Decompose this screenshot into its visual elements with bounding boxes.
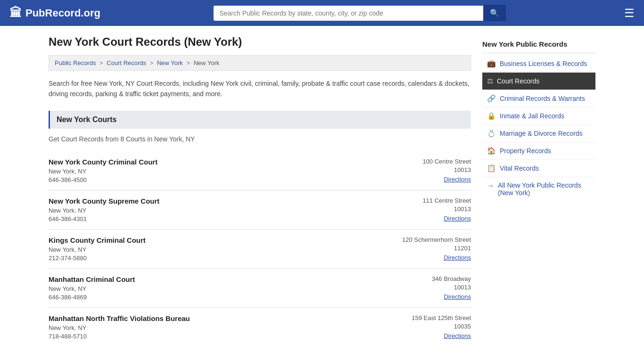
breadcrumb-separator-2: > bbox=[150, 59, 155, 66]
sidebar-item-label: Property Records bbox=[500, 147, 551, 155]
court-zip: 10013 bbox=[422, 166, 471, 173]
sidebar-item-court-records[interactable]: ⚖ Court Records bbox=[482, 73, 595, 90]
main-content: New York Court Records (New York) Public… bbox=[49, 35, 471, 346]
marriage-divorce-icon: 💍 bbox=[487, 129, 496, 138]
court-phone: 646-386-4301 bbox=[49, 215, 159, 222]
sidebar-item-label: Marriage & Divorce Records bbox=[500, 130, 583, 137]
courts-list: New York County Criminal Court New York,… bbox=[49, 151, 471, 346]
directions-link[interactable]: Directions bbox=[444, 293, 471, 300]
sidebar-item-vital-records[interactable]: 📋 Vital Records bbox=[482, 160, 595, 177]
logo-text: PubRecord.org bbox=[25, 7, 100, 19]
search-button[interactable]: 🔍 bbox=[483, 5, 506, 21]
court-city: New York, NY bbox=[49, 207, 159, 214]
page-description: Search for free New York, NY Court Recor… bbox=[49, 78, 471, 101]
court-phone: 646-386-4500 bbox=[49, 176, 157, 183]
breadcrumb: Public Records > Court Records > New Yor… bbox=[49, 55, 471, 71]
court-city: New York, NY bbox=[49, 324, 190, 331]
court-entry: Manhattan North Traffic Violations Burea… bbox=[49, 308, 471, 346]
court-address: 159 East 125th Street 10035 Directions bbox=[412, 314, 471, 339]
criminal-records-icon: 🔗 bbox=[487, 94, 496, 103]
court-info: Kings County Criminal Court New York, NY… bbox=[49, 236, 146, 262]
court-street: 111 Centre Street bbox=[422, 197, 471, 204]
court-zip: 10013 bbox=[432, 284, 471, 291]
court-address: 346 Broadway 10013 Directions bbox=[432, 275, 471, 300]
search-bar: 🔍 bbox=[214, 5, 506, 21]
court-phone: 718-488-5710 bbox=[49, 333, 190, 340]
court-city: New York, NY bbox=[49, 246, 146, 253]
directions-link[interactable]: Directions bbox=[444, 176, 471, 183]
sidebar-item-criminal-records[interactable]: 🔗 Criminal Records & Warrants bbox=[482, 90, 595, 107]
sidebar-items: 💼 Business Licenses & Records ⚖ Court Re… bbox=[482, 55, 595, 177]
site-header: 🏛 PubRecord.org 🔍 ☰ bbox=[0, 0, 644, 26]
menu-icon[interactable]: ☰ bbox=[624, 7, 635, 20]
main-container: New York Court Records (New York) Public… bbox=[39, 26, 605, 362]
breadcrumb-separator-1: > bbox=[99, 59, 105, 66]
sidebar-item-all-records[interactable]: → All New York Public Records (New York) bbox=[482, 177, 595, 201]
breadcrumb-separator-3: > bbox=[186, 59, 191, 66]
logo-icon: 🏛 bbox=[9, 6, 22, 20]
court-entry: New York County Criminal Court New York,… bbox=[49, 151, 471, 190]
sidebar: New York Public Records 💼 Business Licen… bbox=[482, 35, 595, 346]
breadcrumb-new-york-state[interactable]: New York bbox=[157, 59, 183, 66]
breadcrumb-court-records[interactable]: Court Records bbox=[107, 59, 146, 66]
court-info: Manhattan North Traffic Violations Burea… bbox=[49, 314, 190, 340]
all-records-label: All New York Public Records (New York) bbox=[498, 181, 591, 197]
court-street: 100 Centre Street bbox=[422, 158, 471, 165]
search-icon: 🔍 bbox=[490, 9, 499, 17]
court-address: 120 Schermerhorn Street 11201 Directions bbox=[402, 236, 471, 261]
court-street: 159 East 125th Street bbox=[412, 314, 471, 321]
property-records-icon: 🏠 bbox=[487, 147, 496, 155]
court-street: 346 Broadway bbox=[432, 275, 471, 282]
court-phone: 212-374-5880 bbox=[49, 255, 146, 262]
sidebar-item-property-records[interactable]: 🏠 Property Records bbox=[482, 142, 595, 160]
sidebar-item-marriage-divorce[interactable]: 💍 Marriage & Divorce Records bbox=[482, 125, 595, 142]
court-city: New York, NY bbox=[49, 168, 157, 175]
directions-link[interactable]: Directions bbox=[444, 254, 471, 261]
business-licenses-icon: 💼 bbox=[487, 59, 496, 68]
court-city: New York, NY bbox=[49, 285, 135, 292]
section-title: New York Courts bbox=[49, 111, 471, 129]
court-name: Manhattan North Traffic Violations Burea… bbox=[49, 314, 190, 322]
court-name: New York County Supreme Court bbox=[49, 197, 159, 205]
court-zip: 10013 bbox=[422, 206, 471, 213]
court-zip: 11201 bbox=[402, 245, 471, 252]
court-entry: Manhattan Criminal Court New York, NY 64… bbox=[49, 269, 471, 308]
arrow-icon: → bbox=[487, 181, 494, 189]
sidebar-item-business-licenses[interactable]: 💼 Business Licenses & Records bbox=[482, 55, 595, 73]
page-title: New York Court Records (New York) bbox=[49, 35, 471, 49]
court-info: New York County Criminal Court New York,… bbox=[49, 158, 157, 183]
sidebar-item-label: Court Records bbox=[497, 77, 539, 85]
court-address: 100 Centre Street 10013 Directions bbox=[422, 158, 471, 183]
inmate-jail-icon: 🔒 bbox=[487, 112, 496, 120]
site-logo[interactable]: 🏛 PubRecord.org bbox=[9, 6, 100, 20]
sidebar-title: New York Public Records bbox=[482, 35, 595, 53]
directions-link[interactable]: Directions bbox=[444, 332, 471, 339]
court-zip: 10035 bbox=[412, 323, 471, 330]
court-street: 120 Schermerhorn Street bbox=[402, 236, 471, 243]
sidebar-item-label: Vital Records bbox=[500, 165, 539, 172]
court-phone: 646-386-4869 bbox=[49, 294, 135, 301]
breadcrumb-current: New York bbox=[194, 59, 220, 66]
directions-link[interactable]: Directions bbox=[444, 215, 471, 222]
court-info: Manhattan Criminal Court New York, NY 64… bbox=[49, 275, 135, 301]
court-name: Kings County Criminal Court bbox=[49, 236, 146, 244]
courts-count: Get Court Records from 8 Courts in New Y… bbox=[49, 135, 471, 143]
sidebar-item-inmate-jail[interactable]: 🔒 Inmate & Jail Records bbox=[482, 107, 595, 125]
court-address: 111 Centre Street 10013 Directions bbox=[422, 197, 471, 222]
court-records-icon: ⚖ bbox=[487, 77, 493, 85]
court-entry: New York County Supreme Court New York, … bbox=[49, 190, 471, 230]
search-input[interactable] bbox=[214, 6, 483, 21]
breadcrumb-public-records[interactable]: Public Records bbox=[55, 59, 96, 66]
court-entry: Kings County Criminal Court New York, NY… bbox=[49, 230, 471, 269]
sidebar-item-label: Inmate & Jail Records bbox=[500, 112, 564, 120]
court-info: New York County Supreme Court New York, … bbox=[49, 197, 159, 222]
court-name: New York County Criminal Court bbox=[49, 158, 157, 166]
court-name: Manhattan Criminal Court bbox=[49, 275, 135, 283]
vital-records-icon: 📋 bbox=[487, 164, 496, 173]
sidebar-item-label: Criminal Records & Warrants bbox=[500, 95, 585, 102]
sidebar-item-label: Business Licenses & Records bbox=[500, 60, 587, 67]
